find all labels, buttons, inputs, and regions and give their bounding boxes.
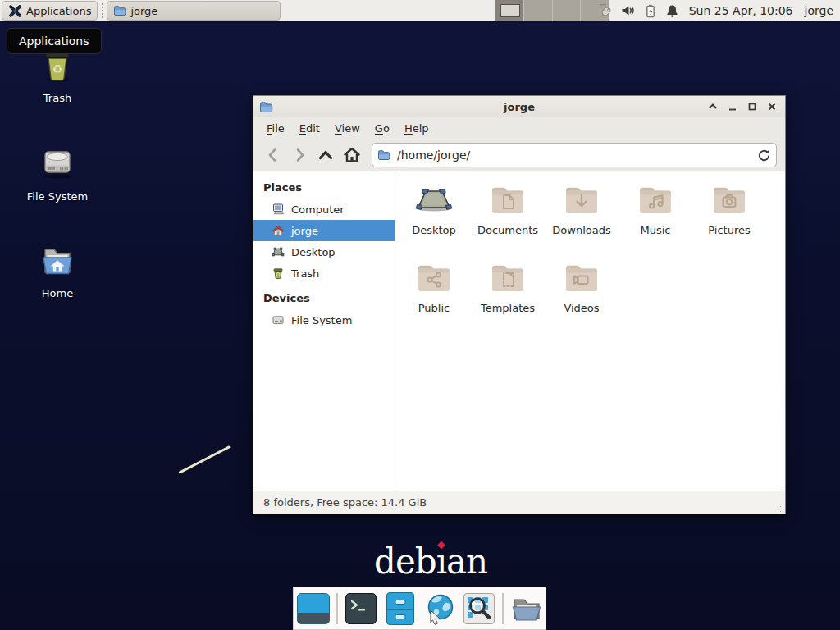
folder-item-label: Music (641, 224, 671, 236)
panel-clock[interactable]: Sun 25 Apr, 10:06 (686, 4, 797, 17)
side-pane: Places Computer jorge Desktop Trash (253, 171, 395, 491)
app-finder-launcher[interactable] (463, 592, 495, 625)
folder-templates-icon (488, 258, 527, 298)
applications-menu-button[interactable]: Applications (2, 1, 98, 21)
taskbar-window-label: jorge (130, 5, 158, 17)
folder-item-templates[interactable]: Templates (471, 256, 545, 334)
folder-item-label: Documents (477, 224, 538, 236)
location-input[interactable] (395, 148, 752, 162)
workspace-3[interactable] (553, 0, 582, 21)
menu-mnemonic: G (375, 122, 383, 135)
sidebar-item-file-system[interactable]: File System (253, 309, 395, 331)
maximize-button[interactable] (746, 102, 757, 112)
back-button[interactable] (262, 144, 285, 166)
shade-button[interactable] (707, 102, 718, 112)
workspace-2[interactable] (524, 0, 553, 21)
file-cabinet-icon (386, 592, 414, 625)
panel-separator-handle (99, 2, 105, 19)
status-bar: 8 folders, Free space: 14.4 GiB (253, 491, 785, 514)
folder-view: Desktop Documents Downloads Music Pictur… (395, 171, 785, 491)
folder-item-label: Desktop (412, 224, 456, 236)
workspace-1[interactable] (495, 0, 524, 21)
folder-item-public[interactable]: Public (397, 256, 471, 334)
computer-icon (272, 203, 285, 216)
sidebar-item-label: Trash (291, 267, 319, 280)
show-desktop-icon (297, 593, 330, 624)
folder-item-documents[interactable]: Documents (471, 178, 545, 256)
menu-label: ile (272, 122, 285, 135)
desktop-icon-label: Home (12, 287, 103, 299)
up-button[interactable] (314, 144, 337, 166)
desktop-icon-trash[interactable]: Trash (12, 46, 103, 104)
folder-item-music[interactable]: Music (619, 178, 692, 256)
desktop-icon-home[interactable]: Home (12, 241, 103, 299)
location-bar[interactable] (372, 143, 777, 167)
bell-icon[interactable] (664, 2, 681, 20)
menu-view[interactable]: View (328, 120, 367, 137)
reload-button[interactable] (757, 148, 771, 162)
workspace-window-preview (500, 4, 520, 17)
web-browser-launcher[interactable] (423, 592, 456, 625)
folder-item-label: Templates (481, 302, 535, 314)
menu-mnemonic: H (404, 122, 413, 135)
resize-grip[interactable] (777, 505, 784, 513)
globe-icon (423, 592, 456, 625)
menu-go[interactable]: Go (368, 120, 396, 137)
file-manager-launcher[interactable] (384, 592, 417, 625)
applications-menu-label: Applications (26, 5, 91, 17)
window-titlebar[interactable]: jorge (253, 96, 785, 117)
desktop-icon-file-system[interactable]: File System (12, 144, 103, 203)
toolbar (253, 139, 785, 171)
terminal-launcher[interactable] (345, 592, 377, 625)
debian-logo-i: ı (436, 541, 446, 582)
sidebar-item-trash[interactable]: Trash (253, 262, 395, 284)
mouse-icon[interactable] (597, 2, 614, 20)
sidebar-item-label: Computer (291, 203, 345, 216)
menu-mnemonic: V (335, 122, 342, 135)
sidebar-item-desktop[interactable]: Desktop (253, 241, 395, 262)
folder-item-videos[interactable]: Videos (545, 256, 619, 334)
dock-separator (502, 593, 504, 624)
minimize-button[interactable] (727, 102, 737, 112)
taskbar-window-button[interactable]: jorge (107, 1, 281, 21)
battery-icon[interactable] (641, 2, 659, 20)
close-button[interactable] (766, 102, 777, 112)
workspace-pager (495, 0, 609, 21)
folder-item-label: Videos (564, 302, 599, 314)
menu-label: iew (342, 122, 360, 135)
menu-file[interactable]: File (260, 120, 291, 137)
sidebar-item-computer[interactable]: Computer (253, 199, 395, 220)
sidebar-item-label: File System (291, 314, 352, 326)
folder-downloads-icon (562, 180, 601, 220)
menu-label: o (383, 122, 390, 135)
folder-pictures-icon (710, 180, 749, 220)
folder-item-desktop[interactable]: Desktop (397, 178, 471, 256)
folder-music-icon (636, 180, 675, 220)
home-button[interactable] (340, 144, 363, 166)
folder-item-label: Downloads (552, 224, 610, 236)
app-finder-icon (463, 593, 495, 624)
open-folder-icon (510, 592, 543, 625)
window-title: jorge (253, 101, 785, 113)
home-folder-icon (38, 241, 77, 281)
show-desktop-button[interactable] (297, 592, 330, 625)
menu-edit[interactable]: Edit (293, 120, 326, 137)
folder-item-pictures[interactable]: Pictures (692, 178, 766, 256)
desktop-icon (272, 245, 285, 258)
panel-user-menu[interactable]: jorge (801, 4, 837, 17)
folder-icon (113, 4, 126, 17)
trash-icon (272, 267, 285, 280)
folder-item-label: Pictures (708, 224, 750, 236)
volume-icon[interactable] (619, 2, 637, 20)
menu-mnemonic: E (299, 122, 306, 135)
desktop-root: Applications jorge (0, 0, 840, 630)
directory-launcher[interactable] (510, 592, 543, 625)
forward-button[interactable] (288, 144, 311, 166)
wallpaper-line-artifact (178, 445, 231, 474)
sidebar-item-jorge[interactable]: jorge (253, 220, 395, 241)
bottom-dock-panel (293, 587, 546, 630)
menu-help[interactable]: Help (398, 120, 436, 137)
dock-separator (336, 593, 338, 624)
devices-header: Devices (253, 289, 395, 309)
folder-item-downloads[interactable]: Downloads (545, 178, 619, 256)
